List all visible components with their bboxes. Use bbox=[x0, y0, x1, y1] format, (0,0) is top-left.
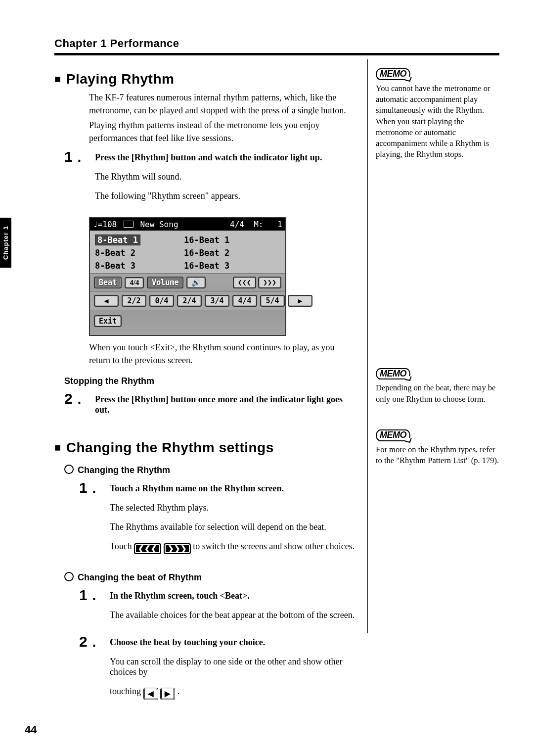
lcd-titlebar: ♩=108 New Song 4/4 M: 1 bbox=[90, 218, 285, 231]
step-instruction: Press the [Rhythm] button and watch the … bbox=[95, 152, 356, 163]
step-text: The Rhythms available for selection will… bbox=[110, 522, 356, 532]
chapter-header: Chapter 1 Performance bbox=[54, 37, 499, 50]
exit-button[interactable]: Exit bbox=[94, 315, 122, 327]
beat-option[interactable]: 4/4 bbox=[232, 295, 257, 307]
page-next-icon: ❯❯❯ bbox=[164, 543, 191, 555]
stopping-rhythm-heading: Stopping the Rhythm bbox=[64, 376, 356, 386]
rhythm-row: 8-Beat 3 16-Beat 3 bbox=[90, 259, 285, 272]
step-instruction: Touch a Rhythm name on the Rhythm screen… bbox=[110, 483, 356, 494]
song-title: New Song bbox=[140, 220, 178, 229]
side-column: MEMO You cannot have the metronome or au… bbox=[376, 63, 499, 486]
intro-p1: The KF-7 features numerous internal rhyt… bbox=[89, 91, 356, 117]
page-next-button[interactable]: ❯❯❯ bbox=[258, 277, 281, 288]
memo-3: MEMO For more on the Rhythm types, refer… bbox=[376, 429, 499, 466]
rhythm-item[interactable]: 16-Beat 3 bbox=[184, 261, 229, 271]
beat-button[interactable]: Beat bbox=[94, 277, 122, 288]
rhythm-screen: ♩=108 New Song 4/4 M: 1 8-Beat 1 16-Beat… bbox=[89, 217, 286, 336]
rhythm-item[interactable]: 16-Beat 2 bbox=[184, 248, 229, 258]
step-text: The available choices for the beat appea… bbox=[110, 610, 356, 620]
vertical-divider bbox=[367, 59, 368, 633]
memo-text: You cannot have the metronome or automat… bbox=[376, 83, 499, 160]
song-icon bbox=[124, 221, 134, 228]
volume-button[interactable]: Volume bbox=[147, 277, 183, 288]
rhythm-item[interactable]: 8-Beat 3 bbox=[95, 261, 184, 271]
memo-text: For more on the Rhythm types, refer to t… bbox=[376, 444, 499, 467]
memo-icon: MEMO bbox=[376, 429, 410, 441]
sub2-step2: 2 Choose the beat by touching your choic… bbox=[79, 634, 356, 709]
beat-option[interactable]: 5/4 bbox=[260, 295, 285, 307]
memo-1: MEMO You cannot have the metronome or au… bbox=[376, 68, 499, 160]
memo-2: MEMO Depending on the beat, there may be… bbox=[376, 368, 499, 405]
page: Chapter 1 Performance Playing Rhythm The… bbox=[0, 0, 534, 756]
beat-option[interactable]: 3/4 bbox=[205, 295, 229, 307]
rhythm-list: 8-Beat 1 16-Beat 1 8-Beat 2 16-Beat 2 8-… bbox=[90, 231, 285, 273]
rhythm-item[interactable]: 8-Beat 2 bbox=[95, 248, 184, 258]
section-playing-rhythm: Playing Rhythm bbox=[54, 71, 356, 87]
step-number: 1 bbox=[79, 588, 103, 603]
rhythm-item[interactable]: 16-Beat 1 bbox=[184, 235, 229, 245]
beat-option[interactable]: 0/4 bbox=[149, 295, 174, 307]
step-text: You can scroll the display to one side o… bbox=[110, 657, 356, 677]
step-number: 1 bbox=[79, 480, 103, 495]
step-number: 1 bbox=[64, 149, 88, 164]
memo-icon: MEMO bbox=[376, 68, 410, 80]
step-instruction: Choose the beat by touching your choice. bbox=[110, 637, 356, 648]
after-screenshot-note: When you touch <Exit>, the Rhythm sound … bbox=[89, 341, 356, 367]
step-text-b: The following "Rhythm screen" appears. bbox=[95, 191, 356, 201]
step-text-inline: touching ◀ ▶ . bbox=[110, 686, 356, 700]
step-instruction: In the Rhythm screen, touch <Beat>. bbox=[110, 591, 356, 601]
scroll-left-icon: ◀ bbox=[143, 688, 158, 700]
step-1: 1 Press the [Rhythm] button and watch th… bbox=[64, 149, 356, 210]
memo-text: Depending on the beat, there may be only… bbox=[376, 382, 499, 405]
main-column: Playing Rhythm The KF-7 features numerou… bbox=[54, 66, 356, 709]
section-changing-rhythm-settings: Changing the Rhythm settings bbox=[54, 440, 356, 456]
page-prev-icon: ❮❮❮ bbox=[134, 543, 161, 555]
beat-option[interactable]: 2/4 bbox=[177, 295, 202, 307]
lcd-beatbar: ◀ 2/2 0/4 2/4 3/4 4/4 5/4 ▶ bbox=[90, 291, 285, 310]
step-text-a: The Rhythm will sound. bbox=[95, 172, 356, 182]
scroll-right-icon: ▶ bbox=[160, 688, 175, 700]
step-text: The selected Rhythm plays. bbox=[110, 503, 356, 513]
scroll-right-button[interactable]: ▶ bbox=[288, 295, 312, 307]
intro-block: The KF-7 features numerous internal rhyt… bbox=[89, 91, 356, 144]
intro-p2: Playing rhythm patterns instead of the m… bbox=[89, 119, 356, 144]
sub-changing-rhythm: Changing the Rhythm bbox=[64, 465, 356, 475]
rhythm-row: 8-Beat 1 16-Beat 1 bbox=[90, 234, 285, 246]
sub1-step1: 1 Touch a Rhythm name on the Rhythm scre… bbox=[79, 480, 356, 564]
sub2-step1: 1 In the Rhythm screen, touch <Beat>. Th… bbox=[79, 588, 356, 629]
rhythm-item-selected[interactable]: 8-Beat 1 bbox=[95, 235, 140, 245]
step-instruction: Press the [Rhythm] button once more and … bbox=[95, 394, 356, 415]
scroll-left-button[interactable]: ◀ bbox=[94, 295, 119, 307]
memo-icon: MEMO bbox=[376, 368, 410, 380]
lcd-midbar: Beat 4/4 Volume 🔊 ❮❮❮ ❯❯❯ bbox=[90, 273, 285, 291]
beat-value: 4/4 bbox=[125, 277, 144, 288]
time-signature: 4/4 bbox=[230, 220, 244, 229]
step-2: 2 Press the [Rhythm] button once more an… bbox=[64, 391, 356, 415]
measure-label: M: bbox=[254, 220, 263, 229]
step-text-inline: Touch ❮❮❮ ❯❯❯ to switch the screens and … bbox=[110, 541, 356, 555]
step-number: 2 bbox=[64, 391, 88, 406]
tempo-indicator: ♩=108 bbox=[93, 220, 117, 229]
beat-option[interactable]: 2/2 bbox=[122, 295, 146, 307]
page-number: 44 bbox=[25, 723, 37, 736]
lcd-exitbar: Exit bbox=[90, 310, 285, 335]
measure-number: 1 bbox=[277, 220, 282, 229]
header-rule bbox=[54, 53, 499, 55]
page-prev-button[interactable]: ❮❮❮ bbox=[233, 277, 256, 288]
volume-icon: 🔊 bbox=[186, 277, 206, 288]
step-number: 2 bbox=[79, 634, 103, 649]
sub-changing-beat: Changing the beat of Rhythm bbox=[64, 572, 356, 583]
rhythm-row: 8-Beat 2 16-Beat 2 bbox=[90, 246, 285, 259]
